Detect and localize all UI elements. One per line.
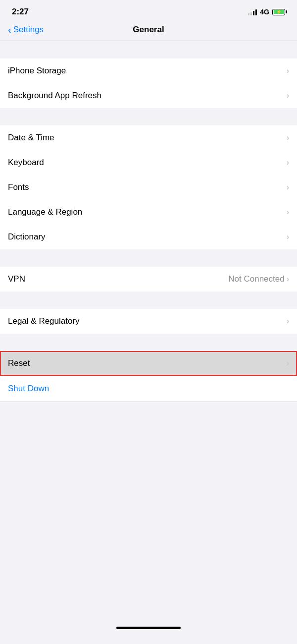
shut-down-row[interactable]: Shut Down bbox=[0, 376, 297, 402]
chevron-right-icon: › bbox=[287, 208, 289, 217]
battery-body: ⚡ bbox=[272, 9, 285, 15]
gap-before-group5 bbox=[0, 334, 297, 351]
reset-right: › bbox=[287, 359, 289, 368]
language-region-row[interactable]: Language & Region › bbox=[0, 200, 297, 225]
chevron-right-icon: › bbox=[287, 66, 289, 75]
vpn-right: Not Connected › bbox=[228, 274, 289, 284]
network-label: 4G bbox=[260, 8, 269, 16]
settings-group-2: Date & Time › Keyboard › Fonts › Languag… bbox=[0, 125, 297, 249]
fonts-row[interactable]: Fonts › bbox=[0, 175, 297, 200]
home-indicator bbox=[0, 621, 297, 639]
settings-group-3: VPN Not Connected › bbox=[0, 267, 297, 292]
chevron-right-icon: › bbox=[287, 275, 289, 284]
signal-bar-1 bbox=[248, 13, 249, 15]
iphone-storage-row[interactable]: iPhone Storage › bbox=[0, 59, 297, 83]
legal-regulatory-row[interactable]: Legal & Regulatory › bbox=[0, 309, 297, 334]
background-refresh-row[interactable]: Background App Refresh › bbox=[0, 83, 297, 108]
signal-bar-2 bbox=[250, 12, 252, 15]
language-region-label: Language & Region bbox=[8, 207, 82, 217]
vpn-row[interactable]: VPN Not Connected › bbox=[0, 267, 297, 292]
iphone-storage-label: iPhone Storage bbox=[8, 66, 66, 76]
chevron-right-icon: › bbox=[287, 183, 289, 192]
back-label: Settings bbox=[13, 25, 44, 35]
keyboard-row[interactable]: Keyboard › bbox=[0, 150, 297, 175]
dictionary-row[interactable]: Dictionary › bbox=[0, 225, 297, 249]
back-chevron-icon: ‹ bbox=[8, 25, 11, 35]
language-region-right: › bbox=[287, 208, 289, 217]
chevron-right-icon: › bbox=[287, 158, 289, 167]
iphone-storage-right: › bbox=[287, 66, 289, 75]
home-bar bbox=[116, 627, 181, 629]
background-refresh-right: › bbox=[287, 91, 289, 100]
back-button[interactable]: ‹ Settings bbox=[8, 25, 44, 35]
date-time-right: › bbox=[287, 133, 289, 142]
settings-group-1: iPhone Storage › Background App Refresh … bbox=[0, 59, 297, 108]
dictionary-label: Dictionary bbox=[8, 232, 46, 242]
status-icons: 4G ⚡ bbox=[248, 8, 285, 16]
signal-bar-4 bbox=[255, 9, 257, 15]
nav-header: ‹ Settings General bbox=[0, 21, 297, 41]
settings-group-4: Legal & Regulatory › bbox=[0, 309, 297, 334]
keyboard-right: › bbox=[287, 158, 289, 167]
chevron-right-icon: › bbox=[287, 133, 289, 142]
fonts-right: › bbox=[287, 183, 289, 192]
page-title: General bbox=[133, 25, 164, 35]
reset-row[interactable]: Reset › bbox=[0, 351, 297, 376]
gap-before-group1 bbox=[0, 41, 297, 59]
chevron-right-icon: › bbox=[287, 359, 289, 368]
keyboard-label: Keyboard bbox=[8, 158, 44, 168]
battery-fill: ⚡ bbox=[274, 10, 284, 14]
gap-before-group4 bbox=[0, 292, 297, 309]
date-time-label: Date & Time bbox=[8, 133, 54, 143]
chevron-right-icon: › bbox=[287, 317, 289, 326]
settings-group-5: Reset › bbox=[0, 351, 297, 376]
chevron-right-icon: › bbox=[287, 233, 289, 241]
reset-label: Reset bbox=[8, 358, 30, 368]
battery-icon: ⚡ bbox=[272, 9, 285, 15]
gap-before-group3 bbox=[0, 249, 297, 267]
vpn-value: Not Connected bbox=[228, 274, 284, 284]
vpn-label: VPN bbox=[8, 274, 25, 284]
shut-down-label: Shut Down bbox=[8, 384, 49, 394]
background-refresh-label: Background App Refresh bbox=[8, 91, 101, 101]
status-time: 2:27 bbox=[12, 7, 29, 17]
status-bar: 2:27 4G ⚡ bbox=[0, 0, 297, 21]
bottom-separator bbox=[0, 402, 297, 402]
fonts-label: Fonts bbox=[8, 182, 29, 192]
chevron-right-icon: › bbox=[287, 91, 289, 100]
charging-bolt-icon: ⚡ bbox=[276, 9, 282, 14]
signal-bars-icon bbox=[248, 8, 257, 15]
date-time-row[interactable]: Date & Time › bbox=[0, 125, 297, 150]
gap-before-group2 bbox=[0, 108, 297, 125]
legal-regulatory-right: › bbox=[287, 317, 289, 326]
signal-bar-3 bbox=[253, 11, 254, 15]
dictionary-right: › bbox=[287, 233, 289, 241]
legal-regulatory-label: Legal & Regulatory bbox=[8, 316, 80, 326]
